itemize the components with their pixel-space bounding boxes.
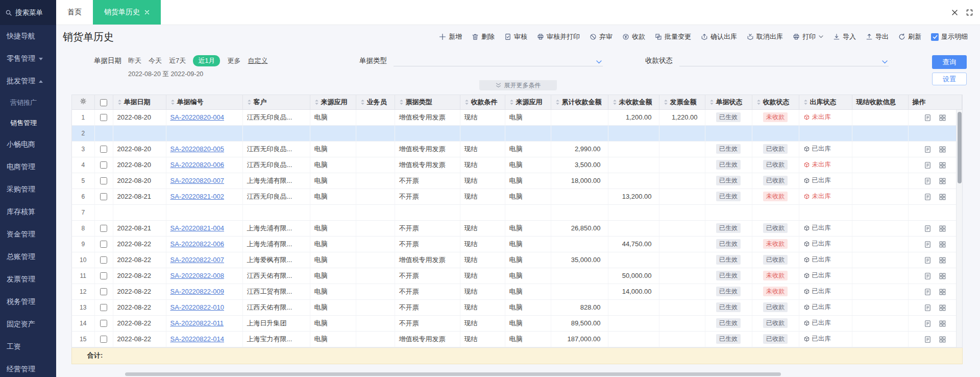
row-checkbox[interactable] (100, 161, 107, 169)
sort-icon[interactable] (464, 99, 469, 105)
column-header-unreceived[interactable]: 未收款金额 (608, 95, 659, 109)
sidebar-item-10[interactable]: 总账管理 (0, 246, 56, 268)
settings-button[interactable]: 设置 (932, 73, 967, 85)
row-checkbox[interactable] (100, 241, 107, 248)
table-row[interactable]: 92022-08-22SA-20220822-006上海先浦有限...电脑不开票… (72, 236, 962, 252)
date-quick-option[interactable]: 近1月 (193, 55, 220, 66)
doc-number-link[interactable]: SA-20220822-014 (170, 335, 225, 343)
grid-more-icon[interactable] (939, 177, 946, 185)
view-doc-icon[interactable] (924, 225, 932, 232)
select-all-checkbox[interactable] (100, 99, 107, 106)
sort-icon[interactable] (803, 99, 808, 105)
sort-icon[interactable] (664, 99, 668, 105)
sort-icon[interactable] (360, 99, 365, 105)
table-row[interactable]: 12022-08-20SA-20220820-004江西无印良品...电脑增值税… (72, 109, 962, 125)
grid-more-icon[interactable] (939, 272, 946, 280)
view-doc-icon[interactable] (924, 336, 932, 343)
sort-icon[interactable] (170, 99, 175, 105)
row-checkbox[interactable] (100, 304, 107, 311)
grid-more-icon[interactable] (939, 193, 946, 201)
grid-more-icon[interactable] (939, 256, 946, 264)
view-doc-icon[interactable] (924, 272, 932, 280)
expand-more-button[interactable]: 展开更多条件 (479, 80, 557, 90)
table-row[interactable]: 152022-08-22SA-20220822-014上海宝力有限...电脑增值… (72, 331, 962, 347)
column-header-received_total[interactable]: 累计收款金额 (551, 95, 608, 109)
column-header-invoice_type[interactable]: 票据类型 (395, 95, 460, 109)
toolbar-batch-change-button[interactable]: 批量变更 (655, 32, 691, 41)
grid-more-icon[interactable] (939, 241, 946, 248)
toolbar-trash-button[interactable]: 删除 (472, 32, 495, 41)
toolbar-abandon-button[interactable]: 弃审 (590, 32, 612, 41)
doc-number-link[interactable]: SA-20220822-008 (170, 272, 225, 279)
sort-icon[interactable] (612, 99, 617, 105)
sidebar-item-14[interactable]: 工资 (0, 336, 56, 358)
toolbar-receive-money-button[interactable]: 收款 (622, 32, 645, 41)
row-checkbox[interactable] (100, 320, 107, 327)
table-row[interactable]: 62022-08-21SA-20220821-002江西无印良品...电脑不开票… (72, 188, 962, 204)
doc-type-select[interactable] (394, 55, 603, 66)
vertical-scrollbar-thumb[interactable] (958, 112, 962, 183)
view-doc-icon[interactable] (924, 146, 932, 153)
row-checkbox[interactable] (100, 225, 107, 232)
date-quick-option[interactable]: 今天 (149, 56, 162, 65)
sidebar-item-4[interactable]: 销售管理 (0, 113, 56, 133)
column-header-doc_status[interactable]: 单据状态 (705, 95, 752, 109)
toolbar-confirm-outbound-button[interactable]: 确认出库 (701, 32, 737, 41)
column-header-source1[interactable]: 来源应用 (310, 95, 356, 109)
toolbar-audit-print-button[interactable]: 审核并打印 (537, 32, 580, 41)
date-range-value[interactable]: 2022-08-20 至 2022-09-20 (128, 70, 267, 79)
toolbar-cancel-outbound-button[interactable]: 取消出库 (747, 32, 783, 41)
sidebar-item-6[interactable]: 电商管理 (0, 156, 56, 178)
sort-icon[interactable] (509, 99, 514, 105)
sidebar-item-11[interactable]: 发票管理 (0, 268, 56, 291)
tab-home[interactable]: 首页 (56, 0, 93, 25)
toolbar-export-button[interactable]: 导出 (866, 32, 889, 41)
grid-more-icon[interactable] (939, 336, 946, 343)
close-icon[interactable] (951, 9, 958, 16)
fullscreen-icon[interactable] (966, 9, 973, 16)
doc-number-link[interactable]: SA-20220821-002 (170, 193, 225, 200)
sidebar-item-7[interactable]: 采购管理 (0, 178, 56, 201)
sort-icon[interactable] (399, 99, 404, 105)
date-quick-option[interactable]: 自定义 (248, 56, 267, 65)
doc-number-link[interactable]: SA-20220820-004 (170, 113, 225, 121)
table-row[interactable]: 102022-08-22SA-20220822-007上海爱枫有限...电脑增值… (72, 252, 962, 268)
sidebar-item-3[interactable]: 营销推广 (0, 92, 56, 113)
table-row[interactable]: 42022-08-20SA-20220820-006江西无印良品...电脑增值税… (72, 157, 962, 173)
grid-more-icon[interactable] (939, 225, 946, 232)
view-doc-icon[interactable] (924, 241, 932, 248)
show-detail-toggle[interactable]: 显示明细 (931, 32, 968, 41)
table-row[interactable]: 82022-08-21SA-20220821-004上海先浦有限...电脑不开票… (72, 220, 962, 236)
view-doc-icon[interactable] (924, 161, 932, 169)
doc-number-link[interactable]: SA-20220822-007 (170, 256, 225, 264)
sort-icon[interactable] (709, 99, 714, 105)
row-checkbox[interactable] (100, 336, 107, 343)
doc-number-link[interactable]: SA-20220820-007 (170, 177, 225, 184)
row-checkbox[interactable] (100, 288, 107, 295)
column-header-doc_no[interactable]: 单据编号 (166, 95, 242, 109)
view-doc-icon[interactable] (924, 288, 932, 296)
column-header-date[interactable]: 单据日期 (113, 95, 166, 109)
toolbar-plus-button[interactable]: 新增 (439, 32, 462, 41)
horizontal-scrollbar[interactable] (125, 372, 781, 376)
vertical-scrollbar[interactable] (956, 110, 962, 347)
pay-status-select[interactable] (679, 55, 889, 66)
tab-sales-history[interactable]: 销货单历史 (93, 0, 161, 25)
doc-number-link[interactable]: SA-20220822-006 (170, 240, 225, 248)
sidebar-item-2[interactable]: 批发管理 (0, 70, 56, 92)
row-checkbox[interactable] (100, 146, 107, 153)
row-checkbox[interactable] (100, 177, 107, 184)
grid-more-icon[interactable] (939, 320, 946, 327)
table-row[interactable]: 2 (72, 125, 962, 141)
view-doc-icon[interactable] (924, 114, 932, 122)
doc-number-link[interactable]: SA-20220822-009 (170, 288, 225, 295)
sidebar-item-0[interactable]: 快捷导航 (0, 25, 56, 48)
doc-number-link[interactable]: SA-20220822-010 (170, 303, 225, 311)
row-checkbox[interactable] (100, 272, 107, 279)
query-button[interactable]: 查询 (932, 55, 967, 69)
sidebar-item-13[interactable]: 固定资产 (0, 313, 56, 336)
sort-icon[interactable] (314, 99, 319, 105)
view-doc-icon[interactable] (924, 304, 932, 312)
column-header-pay_terms[interactable]: 收款条件 (460, 95, 505, 109)
column-header-customer[interactable]: 客户 (242, 95, 310, 109)
